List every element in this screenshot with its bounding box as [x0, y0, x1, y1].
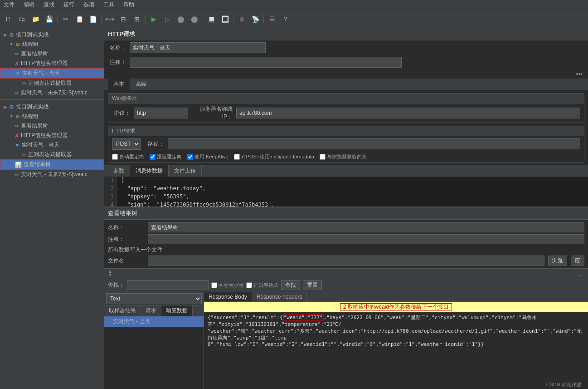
- reset-button[interactable]: 重置: [303, 280, 322, 290]
- comment-input[interactable]: [130, 57, 402, 68]
- method-row: POST 路径：: [108, 136, 584, 152]
- open-button[interactable]: 📁: [29, 13, 42, 25]
- run-button[interactable]: ▶: [147, 13, 160, 25]
- tab-file-upload[interactable]: 文件上传: [169, 165, 202, 177]
- tree-item-b-leaf-5[interactable]: ✏ 实时天气 - 未来7天-${wealc: [0, 170, 104, 179]
- weaid-highlighted: "weaid":"337": [283, 314, 324, 321]
- tab-sampler-results[interactable]: 取样器结果: [104, 305, 141, 316]
- tree-item-leaf-1[interactable]: ✏ 查看结果树: [0, 49, 104, 59]
- server-input[interactable]: [236, 108, 580, 118]
- apply-button[interactable]: 应: [571, 256, 584, 266]
- collapse-button[interactable]: ⊟: [117, 13, 130, 25]
- path-input[interactable]: [168, 138, 580, 149]
- follow-checkbox[interactable]: [150, 154, 156, 160]
- code-editor[interactable]: 1 { 2 "app": "weather.today", 3 "appkey"…: [104, 177, 588, 207]
- tv-comment-input[interactable]: [148, 234, 584, 244]
- expand-icon: ▼: [15, 142, 20, 148]
- response-area: Text JSON XML HTML 取样器结果 请求 响应数据: [104, 292, 588, 389]
- tree-item-group-1[interactable]: ▼ ⚙ 线程组: [0, 39, 104, 49]
- tv-dots-button[interactable]: ...: [575, 270, 584, 277]
- tree-item-b-leaf-2[interactable]: ✘ HTTP信息头管理器: [0, 131, 104, 140]
- tv-filename-label: 文件名: [108, 257, 144, 265]
- stop-now-button[interactable]: ⬤: [188, 13, 201, 25]
- paste-button[interactable]: 📄: [87, 13, 99, 25]
- find-button[interactable]: 查找: [281, 280, 300, 290]
- regex-label[interactable]: 正则表达式: [246, 282, 278, 289]
- case-sensitive-label[interactable]: 区分大小写: [211, 282, 243, 289]
- tree-item-selected-1[interactable]: ▼ 实时天气 - 当天: [0, 68, 104, 79]
- tree-item-root-2[interactable]: ▶ ⚙ 接口测试实战: [0, 102, 104, 112]
- tab-basic[interactable]: 基本: [108, 79, 130, 90]
- help-button[interactable]: ?: [279, 13, 292, 25]
- search-input[interactable]: [127, 280, 209, 290]
- root-icon: ⚙: [9, 104, 14, 110]
- checkbox-multipart[interactable]: 对POST使用multipart / form-data: [234, 153, 314, 160]
- tree-item-leaf-4[interactable]: ✏ 实时天气 - 未来7天-${wealc: [0, 88, 104, 98]
- tab-body-data[interactable]: 消息体数据: [130, 165, 169, 177]
- clear-all-button[interactable]: 🔳: [219, 13, 231, 25]
- redirect-checkbox[interactable]: [112, 154, 118, 160]
- checkbox-follow[interactable]: 跟随重定向: [150, 153, 182, 160]
- menu-edit[interactable]: 编辑: [22, 1, 36, 9]
- multipart-checkbox[interactable]: [234, 154, 240, 160]
- tab-response-data[interactable]: 响应数据: [161, 305, 193, 316]
- expand-button[interactable]: ⟺: [103, 13, 116, 25]
- regex-checkbox[interactable]: [246, 282, 252, 288]
- sampler-list: ✓ 实时天气 - 当天: [104, 316, 204, 389]
- tv-name-input[interactable]: [148, 222, 584, 232]
- sampler-item-weather[interactable]: ✓ 实时天气 - 当天: [104, 316, 204, 327]
- open-template-button[interactable]: 🗂: [15, 13, 28, 25]
- menu-find[interactable]: 查找: [42, 1, 56, 9]
- toggle-button[interactable]: ⊞: [131, 13, 143, 25]
- tab-response-body[interactable]: Response Body: [204, 292, 252, 301]
- http-request-sub-section: HTTP请求 POST 路径： 自动重定向 跟随重定向 使用 KeepAlive…: [108, 126, 584, 162]
- scroll-down[interactable]: ▼: [108, 273, 112, 277]
- tab-params[interactable]: 参数: [108, 165, 130, 177]
- protocol-row: 协议： 服务器名称或IP：: [108, 103, 584, 123]
- menu-help[interactable]: 帮助: [121, 1, 136, 9]
- copy-button[interactable]: 📋: [73, 13, 86, 25]
- remote2-button[interactable]: 📡: [249, 13, 262, 25]
- save-button[interactable]: 💾: [43, 13, 55, 25]
- tab-advanced[interactable]: 高级: [130, 79, 152, 90]
- tree-item-leaf-3[interactable]: ✏ 正则表达式提取器: [0, 79, 104, 88]
- menu-options[interactable]: 选项: [82, 1, 96, 9]
- format-select[interactable]: Text JSON XML HTML: [106, 293, 202, 304]
- menu-tools[interactable]: 工具: [102, 1, 116, 9]
- tab-response-headers[interactable]: Response headers: [252, 292, 307, 301]
- bottom-tree: ▶ ⚙ 接口测试实战 ▼ ⚙ 线程组 ✏ 查看结果树 ✘ HTTP信息头管理器: [0, 102, 104, 179]
- menu-run[interactable]: 运行: [62, 1, 76, 9]
- tree-item-b-selected[interactable]: 📊 查看结果树: [0, 159, 104, 170]
- menu-file[interactable]: 文件: [2, 1, 16, 9]
- name-input[interactable]: [130, 42, 266, 53]
- dots-button[interactable]: •••: [574, 70, 584, 78]
- tree-item-b-leaf-1[interactable]: ✏ 查看结果树: [0, 121, 104, 131]
- tree-item-b-leaf-4[interactable]: ✏ 正则表达式提取器: [0, 150, 104, 159]
- tv-filename-input[interactable]: [148, 256, 544, 266]
- browser-checkbox[interactable]: [320, 154, 326, 160]
- expand-icon: ▶: [4, 32, 7, 37]
- case-sensitive-checkbox[interactable]: [211, 282, 217, 288]
- search-bar: 查找： 区分大小写 正则表达式 查找 重置: [104, 278, 588, 292]
- tree-item-group-2[interactable]: ▼ ⚙ 线程组: [0, 112, 104, 121]
- tree-item-root-1[interactable]: ▶ ⚙ 接口测试实战: [0, 30, 104, 39]
- cut-button[interactable]: ✂: [59, 13, 72, 25]
- browse-button[interactable]: 浏览: [548, 256, 567, 266]
- stop-button[interactable]: ⬤: [175, 13, 187, 25]
- run-thread-button[interactable]: ▷: [161, 13, 174, 25]
- tree-item-b-leaf-3[interactable]: ▼ 实时天气 - 当天: [0, 140, 104, 150]
- method-select[interactable]: POST: [112, 138, 141, 150]
- clear-button[interactable]: 🔲: [205, 13, 218, 25]
- remote-button[interactable]: 🖥: [235, 13, 248, 25]
- tab-request[interactable]: 请求: [141, 305, 161, 316]
- protocol-input[interactable]: [134, 108, 188, 118]
- expand-icon: ▼: [9, 42, 14, 47]
- new-button[interactable]: 🗋: [2, 13, 15, 25]
- checkbox-browser[interactable]: 与浏览器兼容的头: [320, 153, 367, 160]
- checkbox-keepalive[interactable]: 使用 KeepAlive: [187, 153, 228, 160]
- checkbox-redirect[interactable]: 自动重定向: [112, 153, 144, 160]
- tree-label: 接口测试实战: [16, 103, 49, 111]
- keepalive-checkbox[interactable]: [187, 154, 193, 160]
- tree-item-leaf-2[interactable]: ✘ HTTP信息头管理器: [0, 59, 104, 68]
- list-button[interactable]: ☰: [266, 13, 278, 25]
